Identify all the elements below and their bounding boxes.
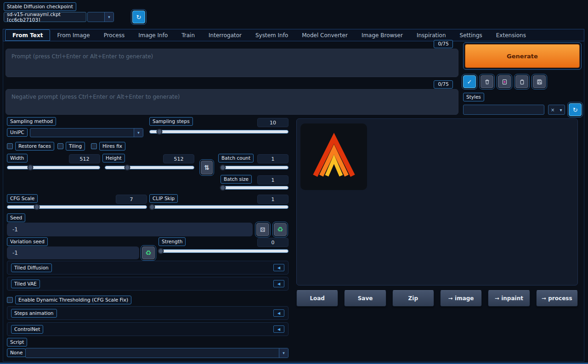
slider-handle[interactable] [158,248,164,254]
chevron-down-icon[interactable]: ▾ [560,107,562,112]
sampling-method-value: UniPC [7,128,28,137]
swap-dimensions-button[interactable]: ⇅ [201,161,213,174]
reuse-seed-button[interactable]: ♻ [274,223,287,236]
clip-skip-value[interactable]: 1 [257,195,288,204]
apply-styles-button[interactable] [515,75,528,88]
slider-handle[interactable] [28,165,34,171]
accordion-arrow-icon[interactable]: ◀ [273,264,284,271]
strength-value[interactable]: 0 [257,238,288,247]
batch-size-value[interactable]: 1 [257,175,288,185]
dynamic-thresholding-checkbox[interactable] [7,297,13,303]
height-slider[interactable] [105,166,194,169]
accordion-arrow-icon[interactable]: ◀ [273,309,284,317]
slider-handle[interactable] [34,204,40,210]
slider-handle[interactable] [157,129,163,135]
clip-skip-slider[interactable] [149,205,288,209]
tab-settings[interactable]: Settings [453,29,489,41]
dice-icon: ⚄ [260,226,265,233]
random-seed-button[interactable]: ⚄ [256,223,269,236]
script-label: Script [7,338,27,347]
batch-size-slider[interactable] [220,186,288,190]
accordion-steps-animation[interactable]: Steps animation ◀ [7,306,288,320]
styles-label: Styles [463,93,484,101]
send-to-process-button[interactable]: ➞ process [536,290,578,307]
negative-prompt-input[interactable] [6,89,458,115]
send-to-image-button[interactable]: ➞ image [440,290,482,307]
cfg-scale-slider[interactable] [7,205,147,209]
zip-button[interactable]: Zip [392,290,434,307]
paste-params-button[interactable]: ✓ [463,75,476,88]
tab-from-image[interactable]: From Image [50,29,96,41]
tab-system-info[interactable]: System Info [249,29,295,41]
batch-count-slider[interactable] [220,166,288,169]
tab-extensions[interactable]: Extensions [489,29,533,41]
accordion-controlnet[interactable]: ControlNet ◀ [7,322,288,336]
seed-input[interactable] [7,223,253,236]
accordion-tiled-diffusion[interactable]: Tiled Diffusion ◀ [7,261,288,274]
send-to-inpaint-button[interactable]: ➞ inpaint [488,290,530,307]
chevron-down-icon[interactable]: ▾ [279,348,288,358]
save-button[interactable]: Save [344,290,386,307]
accordion-arrow-icon[interactable]: ◀ [273,325,284,333]
tab-image-info[interactable]: Image Info [131,29,175,41]
width-slider[interactable] [7,166,100,169]
load-button[interactable]: Load [296,290,338,307]
height-value[interactable]: 512 [163,154,194,163]
generate-button[interactable]: Generate [465,44,580,68]
prompt-input[interactable] [6,49,458,77]
refresh-icon: ↻ [136,14,141,21]
reuse-variation-seed-button[interactable]: ♻ [142,246,155,259]
recycle-icon: ♻ [145,249,151,257]
extra-networks-button[interactable] [498,75,511,88]
slider-handle[interactable] [124,165,130,171]
checkpoint-sub-select[interactable]: ▾ [87,12,114,22]
width-value[interactable]: 512 [69,154,100,163]
hires-fix-checkbox[interactable] [91,143,97,149]
app-logo [300,123,367,190]
sampling-steps-value[interactable]: 10 [257,118,288,127]
checkpoint-select[interactable]: sd-v15-runwayml.ckpt [cc6cb27103] [4,12,86,22]
negative-prompt-token-counter: 0/75 [434,80,453,89]
batch-count-value[interactable]: 1 [257,154,288,163]
strength-slider[interactable] [158,249,288,253]
chevron-down-icon[interactable]: ▾ [134,129,143,137]
sampling-method-select[interactable]: ▾ [30,128,143,137]
tiling-checkbox[interactable] [57,143,63,149]
controlnet-label: ControlNet [11,325,43,334]
image-preview [296,118,578,286]
sampling-steps-slider[interactable] [149,130,288,134]
chevron-down-icon[interactable]: ▾ [104,12,113,22]
variation-seed-input[interactable] [7,246,139,259]
tab-image-browser[interactable]: Image Browser [355,29,410,41]
tab-inspiration[interactable]: Inspiration [410,29,453,41]
save-style-button[interactable] [533,75,546,88]
tab-from-text[interactable]: From Text [5,29,50,41]
slider-handle[interactable] [220,165,226,171]
refresh-checkpoints-button[interactable]: ↻ [132,11,145,23]
script-value: None [7,348,26,357]
settings-panel: Sampling method Sampling steps 10 UniPC … [7,117,288,360]
floppy-icon [537,79,543,85]
checkpoint-label: Stable Diffusion checkpoint [4,2,76,11]
strength-label: Strength [158,237,186,246]
refresh-styles-button[interactable]: ↻ [569,103,582,116]
accordion-tiled-vae[interactable]: Tiled VAE ◀ [7,277,288,291]
styles-clear-caret[interactable]: × ▾ [548,105,565,115]
styles-select[interactable] [463,105,544,115]
cfg-scale-value[interactable]: 7 [116,195,147,204]
tab-interrogator[interactable]: Interrogator [202,29,249,41]
width-label: Width [7,154,28,162]
checkpoint-value: sd-v15-runwayml.ckpt [cc6cb27103] [7,12,83,22]
clear-prompt-button[interactable] [481,75,493,88]
styles-row: × ▾ ↻ [463,103,582,116]
restore-faces-checkbox[interactable] [7,143,13,149]
clear-icon[interactable]: × [551,107,554,112]
accordion-arrow-icon[interactable]: ◀ [273,280,284,287]
slider-handle[interactable] [220,185,226,191]
tab-train[interactable]: Train [175,29,202,41]
cfg-scale-label: CFG Scale [7,194,38,203]
script-select[interactable]: ▾ [25,348,288,358]
slider-handle[interactable] [149,204,155,210]
tab-process[interactable]: Process [97,29,132,41]
tab-model-converter[interactable]: Model Converter [295,29,355,41]
